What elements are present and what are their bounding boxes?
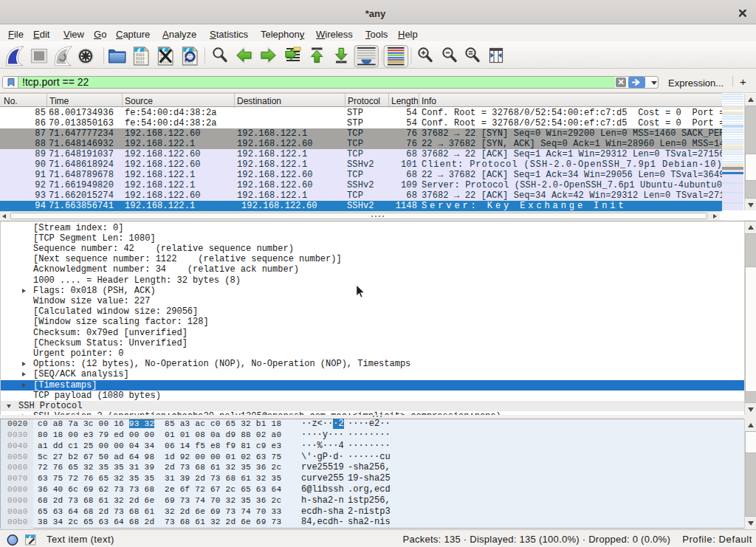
svg-text:0111: 0111 [136,61,145,64]
